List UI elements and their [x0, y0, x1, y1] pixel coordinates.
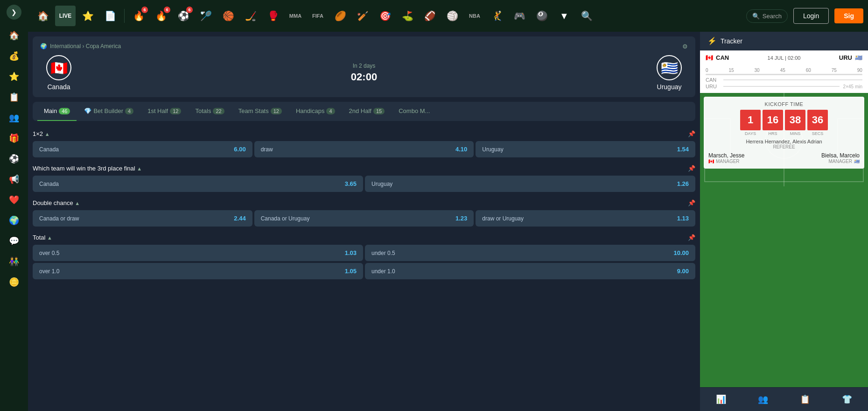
soccer-hot2-icon[interactable]: 🔥6: [151, 6, 171, 26]
tracker-header: ⚡ Tracker: [700, 32, 868, 50]
search-icon: 🔍: [752, 13, 760, 20]
tab-totals[interactable]: Totals 22: [189, 102, 231, 121]
timeline-uru-row: URU 2×45 min: [706, 84, 862, 89]
countdown-hrs-block: 16 HRS: [763, 110, 783, 136]
main-content: 🏠 LIVE ⭐ 📄 🔥6 🔥6 ⚽6 🏸 🏀 🏒 🥊 MMA FIFA 🏉 🏏: [28, 0, 868, 411]
bet-option-draw-1x2[interactable]: draw 4.10: [254, 141, 474, 157]
sidebar-icon-sports[interactable]: ⚽: [5, 149, 23, 168]
more-sports-icon[interactable]: ▼: [554, 6, 574, 26]
hockey-nav-icon[interactable]: 🏒: [240, 6, 261, 26]
tracker-table-icon[interactable]: 📋: [784, 390, 826, 408]
soccer-hot1-icon[interactable]: 🔥6: [128, 6, 149, 26]
bet-option-canada-1x2[interactable]: Canada 6.00: [33, 141, 252, 157]
countdown-hrs-number: 16: [763, 110, 783, 130]
sidebar-icon-globe[interactable]: 🌍: [5, 211, 23, 230]
sidebar-icon-favorites[interactable]: ⭐: [5, 67, 23, 86]
login-button[interactable]: Login: [793, 8, 829, 24]
match-stats-icon[interactable]: ⚙: [682, 43, 688, 50]
managers-row: Marsch, Jesse 🇨🇦 MANAGER Bielsa, Marcelo…: [708, 152, 860, 164]
sidebar-icon-support[interactable]: ❤️: [5, 191, 23, 209]
tab-bet-builder[interactable]: 💎 Bet Builder 4: [77, 102, 140, 121]
tracker-lightning-icon: ⚡: [707, 36, 717, 45]
bet-option-canada-3rd[interactable]: Canada 3.65: [33, 176, 363, 192]
esports-nav-icon[interactable]: 🎮: [509, 6, 530, 26]
pin-icon-double-chance[interactable]: 📌: [688, 199, 695, 206]
tracker-lineup-icon[interactable]: 👥: [742, 390, 784, 408]
bet-option-under-1-0[interactable]: under 1.0 9.00: [365, 263, 695, 279]
badminton-nav-icon[interactable]: 🏸: [196, 6, 216, 26]
sidebar-icon-balance[interactable]: 💰: [5, 47, 23, 65]
top-nav: 🏠 LIVE ⭐ 📄 🔥6 🔥6 ⚽6 🏸 🏀 🏒 🥊 MMA FIFA 🏉 🏏: [28, 0, 868, 32]
favorites-nav-icon[interactable]: ⭐: [77, 6, 98, 26]
nba-nav-icon[interactable]: NBA: [464, 6, 485, 26]
tab-handicaps-label: Handicaps: [296, 107, 324, 114]
betslip-nav-icon[interactable]: 📄: [100, 6, 120, 26]
match-teams: 🇨🇦 Canada In 2 days 02:00 🇺🇾 Uruguay: [40, 55, 688, 91]
tab-main-count: 46: [59, 108, 70, 114]
sidebar-icon-users[interactable]: 👥: [5, 108, 23, 127]
tab-team-stats[interactable]: Team Stats 12: [232, 102, 288, 121]
american-football-nav-icon[interactable]: 🏈: [420, 6, 440, 26]
darts-nav-icon[interactable]: 🎯: [375, 6, 395, 26]
search-small-icon[interactable]: 🔍: [576, 6, 597, 26]
tracker-home-team: 🇨🇦 CAN: [706, 54, 729, 61]
search-box[interactable]: 🔍 Search: [746, 9, 788, 23]
signup-button[interactable]: Sig: [834, 8, 863, 23]
rugby-nav-icon[interactable]: 🏉: [330, 6, 350, 26]
pin-icon-3rd-place[interactable]: 📌: [688, 165, 695, 172]
sidebar-icon-group[interactable]: 👫: [5, 252, 23, 271]
bet-option-over-1-0[interactable]: over 1.0 1.05: [33, 263, 363, 279]
bet-option-over-0-5[interactable]: over 0.5 1.03: [33, 245, 363, 261]
tab-combo[interactable]: Combo M...: [392, 102, 436, 121]
tracker-match-date: 14 JUL | 02:00: [768, 55, 801, 61]
pin-icon-total[interactable]: 📌: [688, 234, 695, 241]
boxing-nav-icon[interactable]: 🥊: [263, 6, 283, 26]
bet-label-uruguay-3rd: Uruguay: [371, 181, 392, 187]
bet-option-uruguay-3rd[interactable]: Uruguay 1.26: [365, 176, 695, 192]
bet-label-draw: draw: [261, 146, 273, 153]
sidebar-icon-chat[interactable]: 💬: [5, 232, 23, 250]
soccer-hot3-icon[interactable]: ⚽6: [173, 6, 194, 26]
mma-nav-icon[interactable]: MMA: [285, 6, 306, 26]
volleyball-nav-icon[interactable]: 🏐: [442, 6, 462, 26]
bet-label-draw-or-uruguay: draw or Uruguay: [482, 215, 524, 222]
home-nav-icon[interactable]: 🏠: [33, 6, 53, 26]
handball-nav-icon[interactable]: 🤾: [487, 6, 507, 26]
pool-nav-icon[interactable]: 🎱: [532, 6, 552, 26]
tab-2nd-half[interactable]: 2nd Half 15: [343, 102, 392, 121]
bet-option-canada-or-uruguay[interactable]: Canada or Uruguay 1.23: [254, 210, 474, 227]
home-manager-role: 🇨🇦 MANAGER: [708, 159, 740, 164]
tracker-kit-icon[interactable]: 👕: [826, 390, 868, 408]
bet-option-under-0-5[interactable]: under 0.5 10.00: [365, 245, 695, 261]
sidebar-icon-coin[interactable]: 🪙: [5, 273, 23, 291]
basketball-nav-icon[interactable]: 🏀: [218, 6, 238, 26]
away-manager-role: MANAGER 🇺🇾: [828, 159, 860, 164]
sidebar-icon-home[interactable]: 🏠: [5, 26, 23, 45]
bet-option-canada-or-draw[interactable]: Canada or draw 2.44: [33, 210, 252, 227]
nav-divider: [124, 9, 125, 23]
expand-button[interactable]: ❯: [7, 5, 21, 20]
tracker-stats-icon[interactable]: 📊: [700, 390, 742, 408]
away-team-flag: 🇺🇾: [657, 55, 682, 80]
pin-icon-1x2[interactable]: 📌: [688, 130, 695, 137]
bet-row-double-chance: Canada or draw 2.44 Canada or Uruguay 1.…: [33, 210, 695, 227]
tab-1st-half[interactable]: 1st Half 12: [141, 102, 188, 121]
tab-main-label: Main: [44, 107, 57, 114]
content-area: 🌍 International › Copa America ⚙ 🇨🇦 Cana…: [28, 32, 868, 411]
fifa-nav-icon[interactable]: FIFA: [308, 6, 328, 26]
field-area: KICKOFF TIME 1 DAYS 16 HRS 38 MINS: [700, 93, 868, 387]
bet-option-draw-or-uruguay[interactable]: draw or Uruguay 1.13: [476, 210, 695, 227]
tracker-home-flag: 🇨🇦: [706, 54, 713, 61]
tab-main[interactable]: Main 46: [37, 102, 77, 121]
golf-nav-icon[interactable]: ⛳: [397, 6, 418, 26]
tab-handicaps[interactable]: Handicaps 4: [289, 102, 342, 121]
bet-option-uruguay-1x2[interactable]: Uruguay 1.54: [476, 141, 695, 157]
home-team-flag: 🇨🇦: [46, 55, 71, 80]
cricket-nav-icon[interactable]: 🏏: [352, 6, 373, 26]
bet-odds-under-0-5: 10.00: [673, 249, 689, 256]
bet-odds-over-1-0: 1.05: [345, 268, 357, 275]
sidebar-icon-notifications[interactable]: 📢: [5, 170, 23, 189]
sidebar-icon-history[interactable]: 📋: [5, 88, 23, 106]
live-nav-icon[interactable]: LIVE: [55, 6, 76, 26]
sidebar-icon-promotions[interactable]: 🎁: [5, 129, 23, 148]
